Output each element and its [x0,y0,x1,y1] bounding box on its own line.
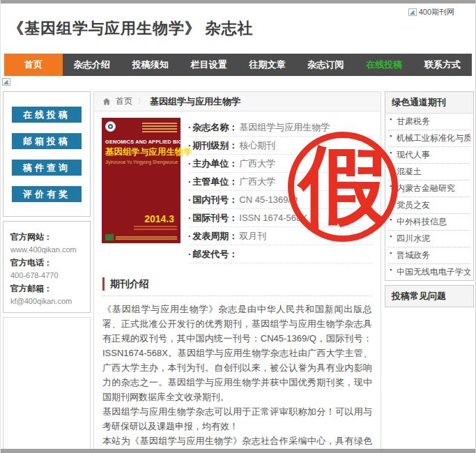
info-row-name: ·杂志名称：基因组学与应用生物学 [188,118,373,137]
top-border [1,0,475,3]
publisher-logo-icon [105,234,114,240]
journal-intro-section: 期刊介绍 《基因组学与应用生物学》杂志是由中华人民共和国新闻出版总署、正式批准公… [94,266,381,453]
review-reward-button[interactable]: 评价有奖 [12,186,82,202]
page-title: 《基因组学与应用生物学》 杂志社 [8,18,254,39]
intro-paragraph: 《基因组学与应用生物学》杂志是由中华人民共和国新闻出版总署、正式批准公开发行的优… [102,302,372,404]
breadcrumb-separator-icon: 〉 [137,96,145,107]
info-row-organizer: ·主办单位：广西大学 [188,155,373,173]
journal-info-list: ·杂志名称：基因组学与应用生物学 ·期刊级别：核心期刊 ·主办单位：广西大学 ·… [188,118,373,263]
website-url: www.400qikan.com [10,245,83,254]
website-label: 官方网站： [10,231,83,243]
cover-issue-fineprint [134,224,177,231]
contact-info-box: 官方网站： www.400qikan.com 官方电话： 400-678-477… [3,221,91,313]
breadcrumb: 首页 〉 基因组学与应用生物学 [94,92,381,112]
info-row-postal-code: ·邮发代号： [188,245,373,263]
empty-panel [3,317,91,453]
tab-contact[interactable]: 联系方式 [413,54,472,76]
broken-image-icon [2,78,10,86]
journal-logo-icon [105,121,116,132]
cover-pinyin: Jiyinzuxue Yu Yingyong Shengwuxue [105,160,177,164]
bottom-border [1,449,475,453]
journal-link[interactable]: 甘肃税务 [388,114,470,130]
journal-link[interactable]: 晋城政务 [388,247,470,264]
cover-fineprint [142,121,177,134]
journal-link[interactable]: 现代人事 [388,147,470,164]
submit-buttons-box: 在线投稿 邮箱投稿 稿件查询 评价有奖 [3,91,91,217]
tab-home[interactable]: 首页 [4,54,63,76]
tab-journal-intro[interactable]: 杂志介绍 [63,54,121,76]
intro-section-title: 期刊介绍 [102,277,372,291]
faq-box: 投稿常见问题 [385,285,474,307]
left-sidebar: 在线投稿 邮箱投稿 稿件查询 评价有奖 官方网站： www.400qikan.c… [3,91,91,453]
cover-chinese-title: 基因组学与应用生物学 [105,146,177,158]
info-row-supervisor: ·主管单位：广西大学 [188,173,373,191]
page: 400期刊网 《基因组学与应用生物学》 杂志社 首页 杂志介绍 投稿须知 栏目设… [0,0,476,453]
tab-subscribe[interactable]: 杂志订阅 [296,54,355,76]
journal-link[interactable]: 四川水泥 [388,231,470,247]
journal-link[interactable]: 机械工业标准化与质量 [388,130,470,147]
email-submit-button[interactable]: 邮箱投稿 [12,133,82,149]
cover-english-title: GENOMICS AND APPLIED BIOLOGY [105,139,177,145]
right-sidebar: 绿色通道期刊 甘肃税务 机械工业标准化与质量 现代人事 混凝土 内蒙古金融研究 … [385,91,474,307]
online-submit-button[interactable]: 在线投稿 [12,107,82,123]
green-channel-list: 甘肃税务 机械工业标准化与质量 现代人事 混凝土 内蒙古金融研究 党员之友 中外… [385,114,473,280]
journal-link[interactable]: 内蒙古金融研究 [388,181,470,197]
info-row-level: ·期刊级别：核心期刊 [188,137,373,155]
faq-title: 投稿常见问题 [385,286,473,307]
tab-online-submit[interactable]: 在线投稿 [355,54,413,76]
breadcrumb-current: 基因组学与应用生物学 [150,95,240,108]
phone-number: 400-678-4770 [10,271,83,279]
journal-cover-image: GENOMICS AND APPLIED BIOLOGY 基因组学与应用生物学 … [102,118,181,243]
broken-image-icon [408,8,417,16]
email-address: kf@400qikan.com [10,297,83,305]
info-row-frequency: ·发表周期：双月刊 [188,227,373,245]
info-row-cn-number: ·国内刊号：CN 45-1369/Q [188,191,373,209]
green-channel-box: 绿色通道期刊 甘肃税务 机械工业标准化与质量 现代人事 混凝土 内蒙古金融研究 … [385,91,474,281]
journal-link[interactable]: 混凝土 [388,164,470,181]
cover-bottom-fineprint [116,236,177,240]
tab-column-setup[interactable]: 栏目设置 [180,54,238,76]
cover-issue-number: 2014.3 [105,213,177,224]
journal-link[interactable]: 中外科技信息 [388,214,470,231]
email-label: 官方邮箱： [10,283,83,295]
site-logo-text: 400期刊网 [419,7,454,17]
site-logo-link[interactable]: 400期刊网 [408,7,454,17]
journal-link[interactable]: 中国无线电电子学文摘 [388,264,470,280]
journal-summary: GENOMICS AND APPLIED BIOLOGY 基因组学与应用生物学 … [94,112,381,266]
info-row-issn: ·国际刊号：ISSN 1674-568X [188,209,373,227]
manuscript-query-button[interactable]: 稿件查询 [12,160,82,176]
green-channel-title: 绿色通道期刊 [385,92,473,114]
tab-past-articles[interactable]: 往期文章 [238,54,297,76]
main-content: 首页 〉 基因组学与应用生物学 GENOMICS AND APPLIED BIO… [93,91,381,450]
home-icon [102,98,111,106]
main-nav: 首页 杂志介绍 投稿须知 栏目设置 往期文章 杂志订阅 在线投稿 联系方式 [4,54,472,76]
phone-label: 官方电话： [10,257,83,269]
breadcrumb-home-link[interactable]: 首页 [116,95,132,107]
journal-link[interactable]: 党员之友 [388,197,470,214]
tab-submission-guide[interactable]: 投稿须知 [121,54,180,76]
intro-paragraph: 基因组学与应用生物学杂志可以用于正常评审职称加分！可以用与考研保研以及课题申报，… [102,404,372,433]
